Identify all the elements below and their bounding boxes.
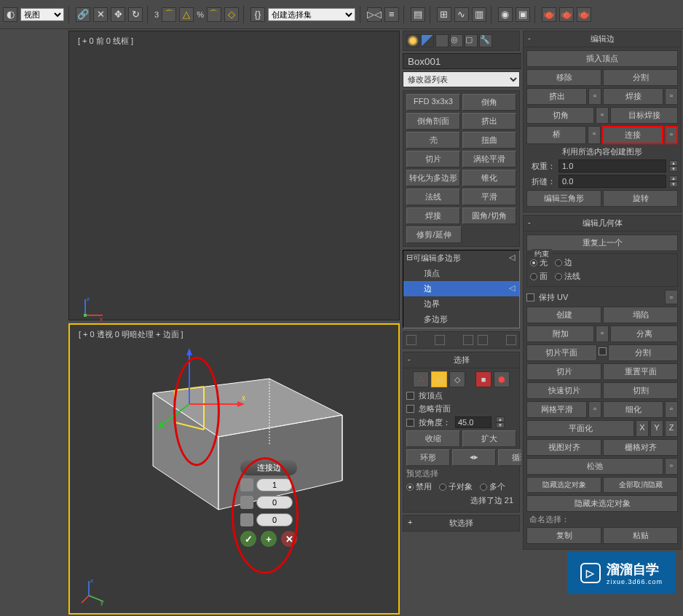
split-checkbox[interactable] (599, 347, 607, 355)
constraint-edge-radio[interactable]: 边 (555, 257, 572, 268)
crease-input[interactable] (558, 175, 666, 188)
slice-now-button[interactable]: 切片 (526, 363, 601, 380)
view-align-button[interactable]: 视图对齐 (526, 439, 601, 456)
ring-spin-icon[interactable]: ◂▸ (452, 449, 496, 466)
snap-toggle-icon[interactable]: ⌒ (162, 7, 176, 22)
graph-icon[interactable]: ⊞ (437, 7, 451, 22)
render-iter-icon[interactable]: 🫖 (577, 7, 591, 22)
shrink-button[interactable]: 收缩 (406, 430, 460, 447)
move-icon[interactable]: ✥ (111, 7, 125, 22)
chamfer-cut-button[interactable]: 圆角/切角 (462, 208, 516, 224)
render-icon[interactable]: 🫖 (542, 7, 556, 22)
stack-vertex[interactable]: 顶点 (403, 266, 519, 281)
by-angle-checkbox[interactable] (406, 419, 414, 427)
turn-button[interactable]: 旋转 (603, 190, 678, 207)
bridge-button[interactable]: 桥 (526, 126, 586, 144)
constraint-face-radio[interactable]: 面 (530, 271, 548, 282)
percent-snap-icon[interactable]: ⌒ (207, 7, 221, 22)
utilities-tab-icon[interactable]: 🔧 (479, 34, 492, 47)
pin-stack-icon[interactable] (406, 335, 416, 345)
caddy-apply-button[interactable]: + (261, 531, 277, 547)
chamfer-edge-button[interactable]: 切角 (526, 107, 594, 124)
curve-icon[interactable]: ∿ (454, 7, 469, 22)
multi-radio[interactable]: 多个 (480, 481, 505, 492)
viewport-perspective[interactable]: [ + 0 透视 0 明暗处理 + 边面 ] z y (68, 323, 400, 615)
planar-x-button[interactable]: X (636, 420, 649, 437)
make-unique-icon[interactable] (463, 335, 473, 345)
make-planar-button[interactable]: 平面化 (526, 420, 634, 437)
msmooth-button[interactable]: 网格平滑 (526, 401, 587, 418)
attach-list-icon[interactable]: ▫ (596, 325, 609, 342)
render-prod-icon[interactable]: 🫖 (559, 7, 574, 22)
constraint-normal-radio[interactable]: 法线 (555, 271, 580, 282)
preserve-uv-settings-icon[interactable]: ▫ (665, 290, 678, 304)
element-mode-icon[interactable]: ⬢ (494, 371, 510, 387)
ring-button[interactable]: 环形 (406, 449, 450, 466)
stack-element[interactable]: 元素 (403, 327, 519, 328)
edit-edges-header[interactable]: -编辑边 (523, 31, 682, 47)
soft-sel-header[interactable]: +软选择 (403, 515, 520, 532)
unlink-icon[interactable]: ✕ (93, 7, 108, 22)
trim-extend-button[interactable]: 修剪/延伸 (406, 226, 462, 243)
mirror-icon[interactable]: ▷◁ (367, 7, 382, 22)
angle-down-icon[interactable]: ▼ (496, 422, 505, 428)
angle-up-icon[interactable]: ▲ (496, 416, 505, 422)
hide-sel-button[interactable]: 隐藏选定对象 (526, 477, 601, 493)
cut-button[interactable]: 切割 (603, 382, 678, 399)
planar-z-button[interactable]: Z (665, 420, 678, 437)
remove-mod-icon[interactable] (478, 335, 488, 345)
edit-named-icon[interactable]: {} (250, 7, 265, 22)
reset-plane-button[interactable]: 重置平面 (603, 363, 678, 380)
tessellate-button[interactable]: 细化 (603, 401, 663, 418)
extrude-edge-button[interactable]: 挤出 (526, 88, 587, 105)
normal-button[interactable]: 法线 (406, 189, 460, 205)
disable-radio[interactable]: 禁用 (406, 481, 432, 492)
unhide-all-button[interactable]: 全部取消隐藏 (603, 477, 678, 493)
view-dropdown[interactable]: 视图 (20, 8, 64, 21)
configure-icon[interactable] (506, 335, 516, 345)
grid-align-button[interactable]: 栅格对齐 (603, 439, 678, 456)
weld-button[interactable]: 焊接 (406, 208, 460, 224)
modifier-list-dropdown[interactable]: 修改器列表 (403, 71, 520, 87)
ffd-button[interactable]: FFD 3x3x3 (406, 94, 460, 111)
weight-input[interactable] (558, 159, 666, 173)
vertex-mode-icon[interactable]: ∴ (413, 371, 429, 387)
split-slice-button[interactable]: 分割 (608, 344, 679, 361)
bridge-settings-icon[interactable]: ▫ (588, 126, 601, 144)
by-vertex-checkbox[interactable] (406, 392, 414, 400)
tess-settings-icon[interactable]: ▫ (665, 401, 678, 418)
turbosmooth-button[interactable]: 涡轮平滑 (462, 151, 516, 167)
slice-button[interactable]: 切片 (406, 151, 460, 167)
display-tab-icon[interactable]: ▢ (465, 34, 478, 47)
taper-button[interactable]: 锥化 (462, 170, 516, 186)
spinner-snap-icon[interactable]: ◇ (224, 7, 239, 22)
relax-button[interactable]: 松弛 (526, 458, 663, 475)
collapse-button[interactable]: 塌陷 (603, 307, 678, 323)
angle-snap-icon[interactable]: △ (179, 7, 194, 22)
subobj-radio[interactable]: 子对象 (439, 481, 473, 492)
selection-set-dropdown[interactable]: 创建选择集 (268, 8, 355, 21)
connect-settings-icon[interactable]: ▫ (665, 126, 678, 144)
detach-button[interactable]: 分离 (610, 325, 678, 342)
object-name-input[interactable] (403, 53, 536, 69)
to-poly-button[interactable]: 转化为多边形 (406, 170, 460, 186)
caddy-ok-button[interactable]: ✓ (240, 531, 256, 547)
attach-button[interactable]: 附加 (526, 325, 594, 342)
shell-button[interactable]: 壳 (406, 132, 460, 149)
remove-button[interactable]: 移除 (526, 69, 601, 86)
viewport-front[interactable]: [ + 0 前 0 线框 ] z x (68, 31, 400, 320)
weld-edge-button[interactable]: 焊接 (603, 88, 663, 105)
twist-button[interactable]: 扭曲 (462, 132, 516, 149)
link-icon[interactable]: 🔗 (76, 7, 90, 22)
stack-root[interactable]: ⊟ 可编辑多边形◁ (403, 250, 519, 266)
smooth-button[interactable]: 平滑 (462, 189, 516, 205)
slice-plane-button[interactable]: 切片平面 (526, 344, 597, 361)
render-setup-icon[interactable]: ▣ (516, 7, 530, 22)
stack-border[interactable]: 边界 (403, 296, 519, 312)
hierarchy-tab-icon[interactable] (435, 34, 449, 47)
copy-button[interactable]: 复制 (526, 527, 601, 544)
grow-button[interactable]: 扩大 (462, 430, 516, 447)
slide-input[interactable] (256, 513, 293, 526)
extrude-button[interactable]: 挤出 (462, 113, 516, 130)
angle-input[interactable] (455, 416, 491, 428)
